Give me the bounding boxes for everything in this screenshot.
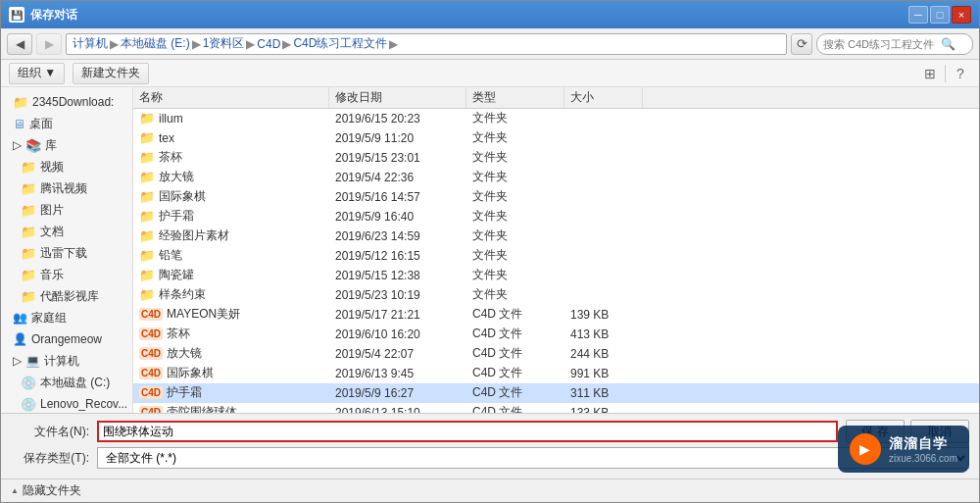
sidebar-item-downloads[interactable]: 📁 2345Download: <box>1 91 132 113</box>
path-computer[interactable]: 计算机 <box>73 35 108 52</box>
user-icon: 👤 <box>13 332 27 346</box>
file-name: 护手霜 <box>159 208 194 225</box>
filetype-row: 保存类型(T): 全部文件 (*.*) <box>11 447 969 469</box>
watermark-text: 溜溜自学 zixue.3066.com <box>889 435 957 464</box>
sidebar-item-video[interactable]: 📁 视频 <box>1 156 132 177</box>
path-drive-e[interactable]: 本地磁盘 (E:) <box>121 35 190 52</box>
file-name: 陶瓷罐 <box>159 267 194 283</box>
table-row[interactable]: 📁 陶瓷罐 2019/5/15 12:38 文件夹 <box>133 266 979 285</box>
c4d-file-icon: C4D <box>139 406 163 413</box>
sidebar-label: 桌面 <box>29 116 53 132</box>
table-row[interactable]: 📁 国际象棋 2019/5/16 14:57 文件夹 <box>133 187 979 207</box>
table-row[interactable]: 📁 放大镜 2019/5/4 22:36 文件夹 <box>133 168 979 187</box>
sidebar-item-drive-c[interactable]: 💿 本地磁盘 (C:) <box>1 372 132 393</box>
main-content: 📁 2345Download: 🖥 桌面 ▷ 📚 库 📁 视频 📁 腾讯视频 <box>1 87 979 413</box>
close-button[interactable]: × <box>952 6 971 24</box>
path-projects[interactable]: C4D练习工程文件 <box>293 35 387 52</box>
minimize-button[interactable]: ─ <box>908 6 928 24</box>
file-size-cell: 413 KB <box>564 327 643 341</box>
table-row[interactable]: C4D MAYEON美妍 2019/5/17 21:21 C4D 文件 139 … <box>133 305 979 325</box>
table-row[interactable]: C4D 放大镜 2019/5/4 22:07 C4D 文件 244 KB <box>133 344 979 364</box>
file-name: illum <box>159 112 183 126</box>
title-bar-controls: ─ □ × <box>908 6 971 24</box>
filetype-label: 保存类型(T): <box>11 450 89 467</box>
homegroup-icon: 👥 <box>13 311 27 325</box>
file-list-area: 名称 修改日期 类型 大小 📁 illum 2019/6/15 20:23 文件… <box>133 87 979 413</box>
file-size-cell: 991 KB <box>564 367 643 380</box>
col-header-date[interactable]: 修改日期 <box>329 87 466 108</box>
watermark-url: zixue.3066.com <box>889 453 957 464</box>
address-path[interactable]: 计算机 ▶ 本地磁盘 (E:) ▶ 1资料区 ▶ C4D ▶ C4D练习工程文件… <box>66 33 787 55</box>
file-size-cell: 244 KB <box>564 347 643 361</box>
table-row[interactable]: C4D 茶杯 2019/6/10 16:20 C4D 文件 413 KB <box>133 325 979 344</box>
table-row[interactable]: 📁 tex 2019/5/9 11:20 文件夹 <box>133 128 979 148</box>
table-row[interactable]: C4D 壳陀围绕球体 2019/6/13 15:10 C4D 文件 133 KB <box>133 403 979 413</box>
folder-icon: 📁 <box>13 95 28 110</box>
search-input[interactable] <box>823 38 941 50</box>
sidebar-item-homegroup[interactable]: 👥 家庭组 <box>1 307 132 328</box>
sidebar-item-pictures[interactable]: 📁 图片 <box>1 199 132 221</box>
col-header-name[interactable]: 名称 <box>133 87 329 108</box>
table-row[interactable]: 📁 经验图片素材 2019/6/23 14:59 文件夹 <box>133 226 979 246</box>
sidebar-item-music[interactable]: 📁 音乐 <box>1 264 132 285</box>
sidebar-item-library[interactable]: ▷ 📚 库 <box>1 134 132 156</box>
file-name-cell: 📁 陶瓷罐 <box>133 267 329 283</box>
drive-icon: 💿 <box>21 376 36 390</box>
hide-folders-button[interactable]: ▲ 隐藏文件夹 <box>11 482 81 499</box>
sidebar-item-orangemeow[interactable]: 👤 Orangemeow <box>1 328 132 350</box>
col-header-size[interactable]: 大小 <box>564 87 643 108</box>
help-button[interactable]: ? <box>950 63 971 84</box>
sidebar-label: 音乐 <box>40 267 64 283</box>
folder-icon: 📁 <box>21 225 36 239</box>
sidebar-item-tencent-video[interactable]: 📁 腾讯视频 <box>1 177 132 199</box>
path-resource[interactable]: 1资料区 <box>203 35 245 52</box>
file-date-cell: 2019/5/15 12:38 <box>329 269 466 282</box>
file-date-cell: 2019/5/12 16:15 <box>329 249 466 263</box>
table-row[interactable]: 📁 illum 2019/6/15 20:23 文件夹 <box>133 109 979 128</box>
file-name-cell: C4D 茶杯 <box>133 326 329 342</box>
sidebar-item-computer[interactable]: ▷ 💻 计算机 <box>1 350 132 372</box>
file-date-cell: 2019/5/9 16:40 <box>329 210 466 224</box>
sidebar-item-thunder[interactable]: 📁 迅雷下载 <box>1 242 132 264</box>
col-header-type[interactable]: 类型 <box>466 87 564 108</box>
filename-input[interactable] <box>97 421 838 442</box>
file-name: 放大镜 <box>159 169 194 185</box>
table-row[interactable]: C4D 国际象棋 2019/6/13 9:45 C4D 文件 991 KB <box>133 364 979 383</box>
folder-icon: 📁 <box>139 268 155 282</box>
refresh-button[interactable]: ⟳ <box>791 33 812 55</box>
sidebar-item-media-lib[interactable]: 📁 代酷影视库 <box>1 285 132 307</box>
table-row[interactable]: 📁 护手霜 2019/5/9 16:40 文件夹 <box>133 207 979 226</box>
sidebar-item-documents[interactable]: 📁 文档 <box>1 221 132 242</box>
file-name: 样条约束 <box>159 286 206 303</box>
toolbar: 组织 ▼ 新建文件夹 ⊞ ? <box>1 60 979 87</box>
toolbar-right: ⊞ ? <box>919 63 971 84</box>
organize-button[interactable]: 组织 ▼ <box>9 63 65 84</box>
search-box[interactable]: 🔍 <box>816 33 973 55</box>
maximize-button[interactable]: □ <box>930 6 950 24</box>
table-row[interactable]: 📁 样条约束 2019/5/23 10:19 文件夹 <box>133 285 979 305</box>
file-name-cell: 📁 样条约束 <box>133 286 329 303</box>
file-list-scroll[interactable]: 📁 illum 2019/6/15 20:23 文件夹 📁 tex 2019/5… <box>133 109 979 413</box>
table-row[interactable]: C4D 护手霜 2019/5/9 16:27 C4D 文件 311 KB <box>133 383 979 403</box>
file-date-cell: 2019/5/17 21:21 <box>329 308 466 322</box>
file-size-cell: 133 KB <box>564 406 643 414</box>
new-folder-button[interactable]: 新建文件夹 <box>73 63 149 84</box>
file-date-cell: 2019/5/16 14:57 <box>329 190 466 204</box>
back-button[interactable]: ◀ <box>7 33 32 55</box>
table-row[interactable]: 📁 铅笔 2019/5/12 16:15 文件夹 <box>133 246 979 266</box>
file-name: 壳陀围绕球体 <box>167 404 237 413</box>
c4d-file-icon: C4D <box>139 367 163 379</box>
path-c4d[interactable]: C4D <box>257 37 280 51</box>
forward-button[interactable]: ▶ <box>36 33 62 55</box>
table-row[interactable]: 📁 茶杯 2019/5/15 23:01 文件夹 <box>133 148 979 168</box>
folder-icon: 📁 <box>21 268 36 282</box>
sidebar-item-lenovo-recovery[interactable]: 💿 Lenovo_Recov... <box>1 393 132 413</box>
title-bar: 💾 保存对话 ─ □ × <box>1 1 979 28</box>
file-type-cell: C4D 文件 <box>466 345 564 362</box>
view-toggle-button[interactable]: ⊞ <box>919 63 941 84</box>
sidebar-label: Lenovo_Recov... <box>40 397 127 411</box>
drive-icon: 💿 <box>21 397 36 412</box>
dialog-icon: 💾 <box>9 7 24 23</box>
sidebar-item-desktop[interactable]: 🖥 桌面 <box>1 113 132 134</box>
folder-icon: 📁 <box>139 150 155 165</box>
